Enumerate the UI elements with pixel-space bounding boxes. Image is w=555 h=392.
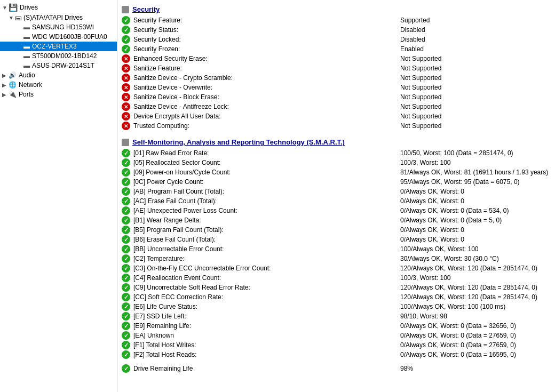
drive-remaining-value: 98% [400,365,551,372]
ports-icon: 🔌 [9,91,17,98]
smart-row-status-icon [122,331,130,340]
smart-row-label: [B5] Program Fail Count (Total): [133,226,400,234]
network-icon: 🌐 [9,81,17,89]
smart-row-value: 0/Always OK, Worst: 0 (Data = 534, 0) [400,207,551,214]
sidebar-item-wdc[interactable]: ▬ WDC WD1600JB-00FUA0 [0,32,117,42]
audio-icon: 🔊 [9,71,17,79]
security-row-label: Security Frozen: [133,45,400,53]
smart-row-status-icon [122,350,130,359]
smart-row: [01] Raw Read Error Rate:100/50, Worst: … [122,148,551,158]
security-row-label: Enhanced Security Erase: [133,55,400,62]
smart-row: [E9] Remaining Life:0/Always OK, Worst: … [122,321,551,331]
security-row-status-icon [122,74,130,82]
security-row-status-icon [122,54,130,63]
smart-row-value: 100/3, Worst: 100 [400,274,551,282]
smart-row: [CC] Soft ECC Correction Rate:120/Always… [122,292,551,302]
sidebar-item-ports[interactable]: ▶ 🔌 Ports [0,90,117,99]
security-row-value: Not Supported [400,84,551,91]
security-row-status-icon [122,35,130,44]
security-row-label: Sanitize Device - Block Erase: [133,93,400,101]
drive-remaining-label: Drive Remaining Life [133,365,400,372]
security-row: Device Encrypts All User Data:Not Suppor… [122,111,551,121]
expand-ocz-icon [17,44,23,50]
smart-row: [C3] On-the-Fly ECC Uncorrectable Error … [122,263,551,273]
security-row-label: Sanitize Device - Crypto Scramble: [133,74,400,82]
smart-row-label: [09] Power-on Hours/Cycle Count: [133,169,400,176]
sidebar-network-label: Network [19,81,42,89]
security-row-value: Not Supported [400,55,551,62]
smart-row-value: 120/Always OK, Worst: 120 (Data = 285147… [400,284,551,291]
ocz-disk-icon: ▬ [23,43,30,50]
sidebar-item-sata[interactable]: ▼ 🖴 (S)ATA/ATAPI Drives [0,13,117,22]
security-row-status-icon [122,83,130,92]
security-row-value: Not Supported [400,122,551,130]
security-row-status-icon [122,102,130,111]
smart-row-label: [E7] SSD Life Left: [133,313,400,320]
smart-row-status-icon [122,283,130,292]
security-row-value: Not Supported [400,113,551,120]
main-content: Security Security Feature:SupportedSecur… [117,0,555,392]
expand-st500-icon [17,53,23,59]
security-row-label: Device Encrypts All User Data: [133,113,400,120]
smart-row-value: 0/Always OK, Worst: 0 (Data = 32656, 0) [400,322,551,330]
smart-row: [C2] Temperature:30/Always OK, Worst: 30… [122,254,551,263]
sidebar-item-asus[interactable]: ▬ ASUS DRW-2014S1T [0,61,117,70]
smart-row-label: [AE] Unexpected Power Loss Count: [133,207,400,214]
sidebar-audio-label: Audio [19,71,35,79]
security-row-value: Not Supported [400,74,551,82]
expand-ports-icon: ▶ [2,92,9,98]
asus-disk-icon: ▬ [23,62,30,69]
smart-row-value: 0/Always OK, Worst: 0 [400,226,551,234]
smart-row-label: [B1] Wear Range Delta: [133,217,400,224]
smart-row-label: [0C] Power Cycle Count: [133,178,400,186]
expand-network-icon: ▶ [2,82,9,88]
smart-row-label: [E6] Life Curve Status: [133,303,400,310]
smart-row-status-icon [122,158,130,167]
sata-icon: 🖴 [15,14,21,21]
security-section-icon [122,6,129,13]
smart-row-value: 100/50, Worst: 100 (Data = 2851474, 0) [400,149,551,157]
security-row: Sanitize Device - Block Erase:Not Suppor… [122,92,551,102]
sidebar-item-drives[interactable]: ▼ 💾 Drives [0,2,117,13]
security-row-status-icon [122,45,130,53]
smart-row-value: 120/Always OK, Worst: 120 (Data = 285147… [400,265,551,272]
security-row: Trusted Computing:Not Supported [122,121,551,131]
security-row: Sanitize Device - Antifreeze Lock:Not Su… [122,102,551,111]
smart-row: [AE] Unexpected Power Loss Count:0/Alway… [122,206,551,215]
smart-row-status-icon [122,264,130,273]
security-row-label: Sanitize Device - Overwrite: [133,84,400,91]
security-row: Security Status:Disabled [122,25,551,35]
security-row-label: Security Feature: [133,17,400,24]
smart-row: [AC] Erase Fail Count (Total):0/Always O… [122,196,551,206]
security-row-label: Trusted Computing: [133,122,400,130]
sidebar-item-ocz[interactable]: ▬ OCZ-VERTEX3 [0,42,117,51]
sidebar-st500-label: ST500DM002-1BD142 [32,52,97,60]
security-row-label: Sanitize Feature: [133,65,400,72]
smart-row-value: 0/Always OK, Worst: 0 (Data = 27659, 0) [400,341,551,349]
smart-row-value: 0/Always OK, Worst: 0 (Data = 27659, 0) [400,332,551,339]
sidebar-item-st500[interactable]: ▬ ST500DM002-1BD142 [0,51,117,61]
smart-row: [E7] SSD Life Left:98/10, Worst: 98 [122,311,551,321]
smart-row-label: [AC] Erase Fail Count (Total): [133,197,400,205]
smart-row-label: [F2] Total Host Reads: [133,351,400,358]
smart-row-value: 0/Always OK, Worst: 0 [400,188,551,195]
smart-row-status-icon [122,226,130,234]
sidebar-item-network[interactable]: ▶ 🌐 Network [0,80,117,90]
security-row-value: Supported [400,17,551,24]
sidebar-item-audio[interactable]: ▶ 🔊 Audio [0,70,117,80]
smart-row: [F2] Total Host Reads:0/Always OK, Worst… [122,350,551,359]
security-header-text: Security [132,5,160,13]
sidebar-item-samsung[interactable]: ▬ SAMSUNG HD153WI [0,22,117,32]
drives-icon: 💾 [9,3,18,12]
smart-row: [EA] Unknown0/Always OK, Worst: 0 (Data … [122,331,551,340]
smart-row-status-icon [122,245,130,253]
smart-row-label: [CC] Soft ECC Correction Rate: [133,293,400,301]
smart-row-value: 0/Always OK, Worst: 0 [400,197,551,205]
security-row-value: Enabled [400,45,551,53]
smart-row-label: [EA] Unknown [133,332,400,339]
security-row-value: Not Supported [400,65,551,72]
security-row: Security Feature:Supported [122,15,551,25]
smart-row-status-icon [122,341,130,349]
expand-sata-icon: ▼ [9,15,15,21]
expand-wdc-icon [17,34,23,40]
